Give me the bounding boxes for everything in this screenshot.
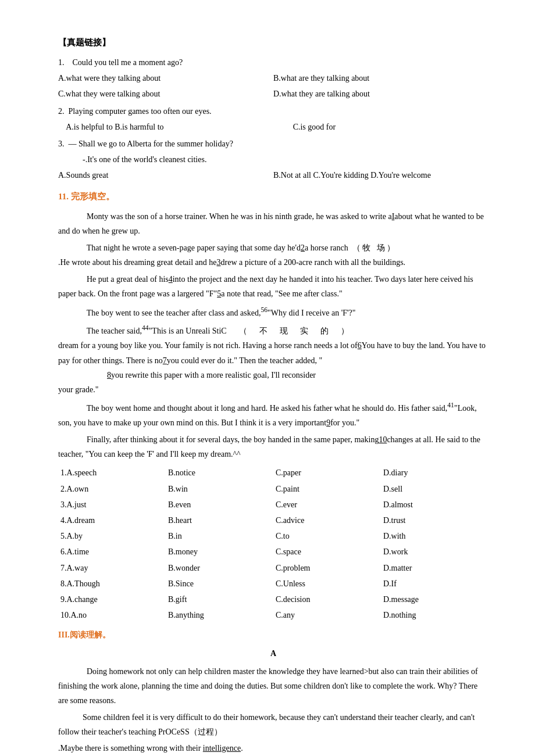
mcq-9-num: 9.A.change — [58, 592, 166, 607]
passage-5: The teacher said,44"This is an Unreali S… — [58, 322, 488, 397]
mcq-10-c: C.any — [273, 607, 381, 623]
mcq-row-4: 4.A.dream B.heart C.advice D.trust — [58, 513, 488, 528]
passage-1: Monty was the son of a horse trainer. Wh… — [58, 209, 488, 238]
mcq-8-c: C.Unless — [273, 576, 381, 592]
q3-sub: -.It's one of the world's cleanest citie… — [74, 152, 488, 167]
mcq-3-b: B.even — [166, 497, 273, 513]
mcq-6-b: B.money — [166, 544, 273, 560]
mcq-1-c: C.paper — [273, 465, 381, 481]
mcq-5-d: D.with — [381, 528, 488, 544]
mcq-7-b: B.wonder — [166, 560, 273, 576]
mcq-row-2: 2.A.own B.win C.paint D.sell — [58, 481, 488, 497]
mcq-3-c: C.ever — [273, 497, 381, 513]
passage-2: That night he wrote a seven-page paper s… — [58, 241, 488, 270]
q1-b: B.what are they talking about — [273, 71, 488, 85]
q1-d: D.what they are talking about — [273, 87, 488, 101]
mcq-8-num: 8.A.Though — [58, 576, 166, 592]
part-a-label: A — [58, 646, 488, 661]
q2-a: A.is helpful to B.is harmful to — [58, 120, 293, 134]
mcq-row-6: 6.A.time B.money C.space D.work — [58, 544, 488, 560]
q2-text: 2. Playing computer games too often our … — [58, 104, 488, 119]
mcq-5-b: B.in — [166, 528, 273, 544]
mcq-2-d: D.sell — [381, 481, 488, 497]
q3-text: 3. — Shall we go to Alberta for the summ… — [58, 137, 488, 151]
zhen-ti-section: 【真题链接】 1. Could you tell me a moment ago… — [58, 35, 488, 183]
mcq-6-c: C.space — [273, 544, 381, 560]
q1-c: C.what they were talking about — [58, 87, 273, 101]
mcq-1-b: B.notice — [166, 465, 273, 481]
mcq-4-d: D.trust — [381, 513, 488, 528]
mcq-row-10: 10.A.no B.anything C.any D.nothing — [58, 607, 488, 623]
mcq-4-b: B.heart — [166, 513, 273, 528]
page-container: 【真题链接】 1. Could you tell me a moment ago… — [58, 35, 488, 755]
mcq-row-8: 8.A.Though B.Since C.Unless D.If — [58, 576, 488, 592]
mcq-9-c: C.decision — [273, 592, 381, 607]
mcq-5-c: C.to — [273, 528, 381, 544]
mcq-10-b: B.anything — [166, 607, 273, 623]
mcq-10-num: 10.A.no — [58, 607, 166, 623]
mcq-6-num: 6.A.time — [58, 544, 166, 560]
mcq-8-b: B.Since — [166, 576, 273, 592]
mcq-3-num: 3.A.just — [58, 497, 166, 513]
mcq-1-num: 1.A.speech — [58, 465, 166, 481]
yuedu-passage-3: .Maybe there is something wrong with the… — [58, 741, 488, 755]
mcq-row-3: 3.A.just B.even C.ever D.almost — [58, 497, 488, 513]
mcq-4-num: 4.A.dream — [58, 513, 166, 528]
mcq-7-c: C.problem — [273, 560, 381, 576]
q1-a: A.what were they talking about — [58, 71, 273, 85]
q2-c: C.is good for — [293, 120, 488, 134]
mcq-2-c: C.paint — [273, 481, 381, 497]
wan-xing-title: 11. 完形填空。 — [58, 189, 488, 205]
mcq-10-d: D.nothing — [381, 607, 488, 623]
mcq-1-d: D.diary — [381, 465, 488, 481]
yuedu-title: III.阅读理解。 — [58, 628, 488, 642]
passage-4: The boy went to see the teacher after cl… — [58, 304, 488, 320]
passage-7: Finally, after thinking about it for sev… — [58, 432, 488, 461]
question-2: 2. Playing computer games too often our … — [58, 104, 488, 134]
q1-text: 1. Could you tell me a moment ago? — [58, 55, 488, 70]
question-1: 1. Could you tell me a moment ago? A.wha… — [58, 55, 488, 102]
mcq-row-5: 5.A.by B.in C.to D.with — [58, 528, 488, 544]
mcq-9-b: B.gift — [166, 592, 273, 607]
mcq-row-7: 7.A.way B.wonder C.problem D.matter — [58, 560, 488, 576]
passage-6: The boy went home and thought about it l… — [58, 399, 488, 430]
mcq-2-num: 2.A.own — [58, 481, 166, 497]
mcq-row-9: 9.A.change B.gift C.decision D.message — [58, 592, 488, 607]
mcq-9-d: D.message — [381, 592, 488, 607]
mcq-2-b: B.win — [166, 481, 273, 497]
mcq-7-d: D.matter — [381, 560, 488, 576]
q3-a: A.Sounds great — [58, 168, 273, 182]
yuedu-passage-2: Some children feel it is very difficult … — [58, 710, 488, 739]
mcq-table: 1.A.speech B.notice C.paper D.diary 2.A.… — [58, 465, 488, 623]
mcq-3-d: D.almost — [381, 497, 488, 513]
mcq-8-d: D.If — [381, 576, 488, 592]
mcq-7-num: 7.A.way — [58, 560, 166, 576]
zhen-ti-title: 【真题链接】 — [58, 35, 488, 51]
mcq-5-num: 5.A.by — [58, 528, 166, 544]
question-3: 3. — Shall we go to Alberta for the summ… — [58, 137, 488, 183]
mcq-6-d: D.work — [381, 544, 488, 560]
yuedu-passage-1: Doing homework not only can help childre… — [58, 664, 488, 708]
wan-xing-section: 11. 完形填空。 Monty was the son of a horse t… — [58, 189, 488, 624]
passage-3: He put a great deal of his4into the proj… — [58, 272, 488, 301]
mcq-row-1: 1.A.speech B.notice C.paper D.diary — [58, 465, 488, 481]
mcq-4-c: C.advice — [273, 513, 381, 528]
q3-b: B.Not at all C.You're kidding D.You're w… — [273, 168, 488, 182]
yuedu-section: III.阅读理解。 A Doing homework not only can … — [58, 628, 488, 755]
